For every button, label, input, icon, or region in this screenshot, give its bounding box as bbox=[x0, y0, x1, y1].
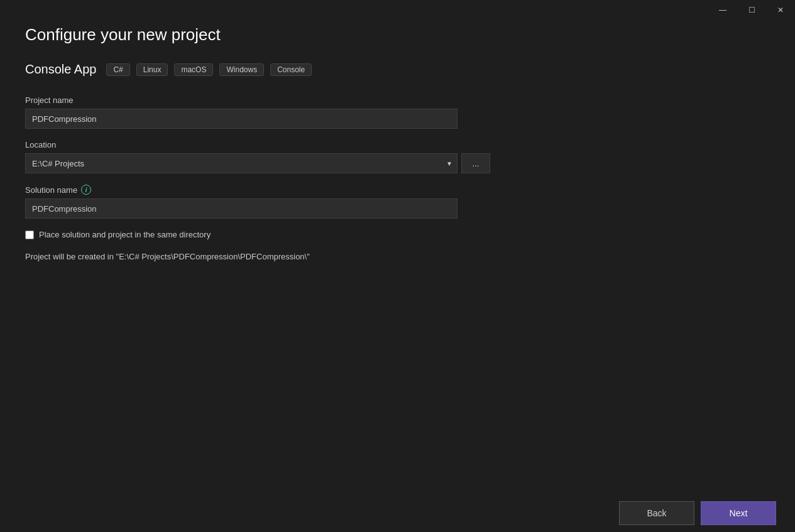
solution-name-label: Solution name i bbox=[25, 185, 770, 195]
location-select[interactable]: E:\C# Projects bbox=[25, 153, 458, 173]
browse-button[interactable]: ... bbox=[461, 153, 490, 173]
tag-console: Console bbox=[270, 63, 312, 76]
project-name-section: Project name bbox=[25, 95, 770, 129]
project-name-input[interactable] bbox=[25, 109, 458, 129]
tag-csharp: C# bbox=[106, 63, 129, 76]
project-name-label: Project name bbox=[25, 95, 770, 105]
same-directory-label: Place solution and project in the same d… bbox=[39, 230, 211, 239]
next-button[interactable]: Next bbox=[701, 501, 776, 525]
same-directory-checkbox[interactable] bbox=[25, 231, 34, 239]
app-type-row: Console App C# Linux macOS Windows Conso… bbox=[25, 62, 770, 77]
tag-macos: macOS bbox=[174, 63, 213, 76]
back-button[interactable]: Back bbox=[619, 501, 694, 525]
main-content: Configure your new project Console App C… bbox=[0, 0, 795, 532]
location-label: Location bbox=[25, 140, 770, 149]
location-section: Location E:\C# Projects ▼ ... bbox=[25, 140, 770, 173]
location-select-wrapper: E:\C# Projects ▼ bbox=[25, 153, 458, 173]
bottom-bar: Back Next bbox=[0, 494, 795, 532]
page-title: Configure your new project bbox=[25, 25, 770, 45]
tag-linux: Linux bbox=[136, 63, 168, 76]
solution-name-input[interactable] bbox=[25, 198, 458, 219]
same-directory-row: Place solution and project in the same d… bbox=[25, 230, 770, 239]
project-path-info: Project will be created in "E:\C# Projec… bbox=[25, 252, 770, 261]
solution-name-info-icon[interactable]: i bbox=[81, 185, 91, 195]
location-row: E:\C# Projects ▼ ... bbox=[25, 153, 770, 173]
app-type-name: Console App bbox=[25, 62, 96, 77]
tag-windows: Windows bbox=[219, 63, 264, 76]
solution-name-section: Solution name i bbox=[25, 185, 770, 219]
